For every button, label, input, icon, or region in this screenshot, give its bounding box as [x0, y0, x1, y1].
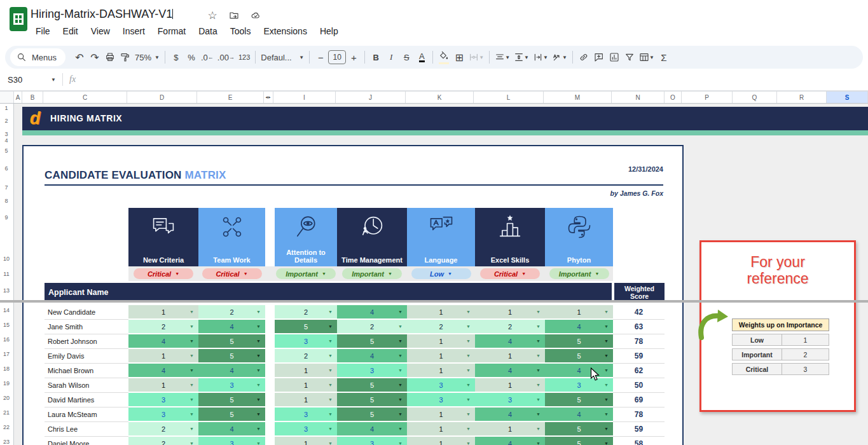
row-header-21[interactable]: 21 [0, 409, 13, 416]
row-header-7[interactable]: 7 [0, 184, 13, 191]
row-header-4[interactable]: 4 [0, 137, 13, 144]
print-button[interactable] [102, 49, 118, 65]
dropdown-arrow-icon[interactable]: ▼ [398, 383, 403, 387]
dropdown-arrow-icon[interactable]: ▼ [466, 339, 471, 343]
borders-button[interactable]: ⊞ [451, 49, 467, 65]
menu-file[interactable]: File [31, 24, 55, 38]
dropdown-arrow-icon[interactable]: ▼ [328, 383, 333, 387]
row-header-8[interactable]: 8 [0, 198, 13, 204]
column-header-I[interactable]: I [273, 92, 336, 103]
dropdown-arrow-icon[interactable]: ▼ [256, 353, 261, 358]
score-cell-dropdown[interactable]: 4▼ [337, 349, 407, 363]
dropdown-arrow-icon[interactable]: ▼ [189, 397, 194, 402]
dropdown-arrow-icon[interactable]: ▼ [536, 397, 541, 402]
score-cell-dropdown[interactable]: 4▼ [128, 334, 198, 348]
merge-cells-button[interactable]: ▼ [467, 49, 486, 65]
column-header-N[interactable]: N [612, 92, 665, 103]
dropdown-arrow-icon[interactable]: ▼ [448, 271, 452, 276]
row-header-20[interactable]: 20 [0, 395, 13, 401]
score-cell-dropdown[interactable]: 1▼ [475, 422, 545, 436]
menu-format[interactable]: Format [153, 24, 191, 38]
score-cell-dropdown[interactable]: 2▼ [275, 305, 337, 319]
name-box[interactable]: S30 ▼ [0, 75, 56, 85]
row-header-2[interactable]: 2 [0, 118, 13, 124]
dropdown-arrow-icon[interactable]: ▼ [328, 441, 333, 445]
text-rotation-button[interactable]: ▼ [550, 49, 569, 65]
insert-link-button[interactable] [576, 49, 591, 65]
dropdown-arrow-icon[interactable]: ▼ [256, 339, 261, 343]
score-cell-dropdown[interactable]: 4▼ [198, 320, 265, 334]
score-cell-dropdown[interactable]: 3▼ [198, 378, 265, 392]
dropdown-arrow-icon[interactable]: ▼ [175, 271, 179, 276]
dropdown-arrow-icon[interactable]: ▼ [256, 324, 261, 329]
menu-extensions[interactable]: Extensions [258, 24, 312, 38]
score-cell-dropdown[interactable]: 3▼ [337, 437, 407, 445]
applicant-name-cell[interactable]: David Martines [45, 393, 128, 407]
importance-dropdown-excel-skills[interactable]: Critical▼ [480, 268, 540, 279]
insert-chart-button[interactable] [607, 49, 622, 65]
row-header-17[interactable]: 17 [0, 351, 13, 357]
horizontal-align-button[interactable]: ▼ [493, 49, 512, 65]
format-percent-button[interactable]: % [184, 49, 199, 65]
score-cell-dropdown[interactable]: 3▼ [545, 378, 613, 392]
score-cell-dropdown[interactable]: 1▼ [128, 349, 198, 363]
weighted-score-cell[interactable]: 59 [613, 422, 665, 437]
score-cell-dropdown[interactable]: 5▼ [337, 393, 407, 407]
score-cell-dropdown[interactable]: 2▼ [337, 320, 407, 334]
dropdown-arrow-icon[interactable]: ▼ [466, 310, 471, 314]
score-cell-dropdown[interactable]: 1▼ [545, 305, 613, 319]
score-cell-dropdown[interactable]: 5▼ [337, 378, 407, 392]
undo-button[interactable]: ↶ [72, 49, 87, 65]
insert-comment-button[interactable] [591, 49, 607, 65]
score-cell-dropdown[interactable]: 5▼ [337, 334, 407, 348]
score-cell-dropdown[interactable]: 1▼ [407, 437, 475, 445]
importance-dropdown-new-criteria[interactable]: Critical▼ [134, 268, 193, 279]
increase-font-size-button[interactable]: + [346, 49, 361, 65]
dropdown-arrow-icon[interactable]: ▼ [256, 310, 261, 314]
dropdown-arrow-icon[interactable]: ▼ [604, 397, 609, 402]
dropdown-arrow-icon[interactable]: ▼ [328, 412, 333, 416]
dropdown-arrow-icon[interactable]: ▼ [521, 271, 526, 276]
row-header-16[interactable]: 16 [0, 336, 13, 343]
text-color-button[interactable]: A [414, 49, 429, 65]
dropdown-arrow-icon[interactable]: ▼ [604, 339, 609, 343]
text-wrap-button[interactable]: ▼ [531, 49, 550, 65]
dropdown-arrow-icon[interactable]: ▼ [536, 412, 541, 416]
menu-edit[interactable]: Edit [58, 24, 83, 38]
column-header-Q[interactable]: Q [733, 92, 777, 103]
dropdown-arrow-icon[interactable]: ▼ [189, 310, 194, 314]
menu-view[interactable]: View [86, 24, 115, 38]
score-cell-dropdown[interactable]: 5▼ [545, 349, 613, 363]
dropdown-arrow-icon[interactable]: ▼ [256, 368, 261, 373]
applicant-name-cell[interactable]: Laura McSteam [45, 407, 128, 422]
row-header-15[interactable]: 15 [0, 322, 13, 328]
dropdown-arrow-icon[interactable]: ▼ [604, 324, 609, 329]
zoom-select[interactable]: 75%▼ [133, 49, 162, 65]
dropdown-arrow-icon[interactable]: ▼ [536, 383, 541, 387]
bold-button[interactable]: B [368, 49, 383, 65]
dropdown-arrow-icon[interactable]: ▼ [536, 368, 541, 373]
hidden-columns-marker[interactable]: ◂▸ [264, 92, 273, 103]
dropdown-arrow-icon[interactable]: ▼ [189, 339, 194, 343]
score-cell-dropdown[interactable]: 5▼ [545, 393, 613, 407]
score-cell-dropdown[interactable]: 5▼ [545, 437, 613, 445]
more-formats-button[interactable]: 123 [237, 49, 252, 65]
score-cell-dropdown[interactable]: 5▼ [198, 407, 265, 421]
dropdown-arrow-icon[interactable]: ▼ [256, 427, 261, 431]
score-cell-dropdown[interactable]: 4▼ [128, 364, 198, 378]
column-header-P[interactable]: P [682, 92, 733, 103]
column-header-D[interactable]: D [127, 92, 197, 103]
importance-dropdown-team-work[interactable]: Critical▼ [202, 268, 262, 279]
column-header-J[interactable]: J [336, 92, 406, 103]
paint-format-button[interactable] [118, 49, 133, 65]
score-cell-dropdown[interactable]: 3▼ [128, 407, 198, 421]
dropdown-arrow-icon[interactable]: ▼ [189, 353, 194, 358]
star-icon[interactable]: ☆ [206, 9, 219, 22]
dropdown-arrow-icon[interactable]: ▼ [536, 353, 541, 358]
dropdown-arrow-icon[interactable]: ▼ [398, 427, 403, 431]
applicant-name-cell[interactable]: Sarah Wilson [45, 378, 128, 393]
importance-dropdown-attention-to-details[interactable]: Important▼ [276, 268, 336, 279]
score-cell-dropdown[interactable]: 4▼ [545, 320, 613, 334]
score-cell-dropdown[interactable]: 4▼ [475, 437, 545, 445]
score-cell-dropdown[interactable]: 1▼ [275, 393, 337, 407]
